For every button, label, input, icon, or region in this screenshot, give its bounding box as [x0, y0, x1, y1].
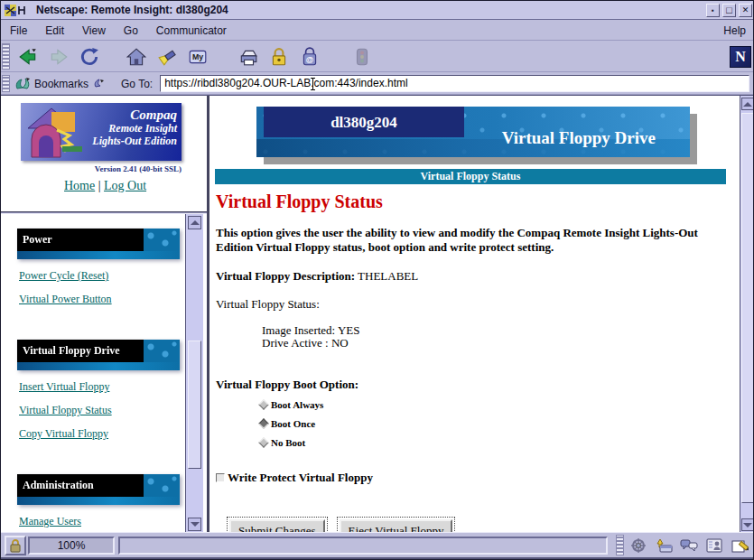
menu-help[interactable]: Help	[714, 22, 754, 40]
main-scrollbar[interactable]	[740, 96, 754, 533]
sidebar-link-insert-virtual-floppy[interactable]: Insert Virtual Floppy	[19, 380, 185, 394]
section-gap	[17, 316, 185, 340]
shop-button[interactable]: @	[294, 44, 325, 70]
back-arrow-icon	[18, 47, 38, 67]
discussions-button[interactable]	[677, 535, 701, 556]
section-header-cap	[144, 229, 180, 251]
logo-brand: Compaq	[92, 107, 177, 123]
reload-button[interactable]	[74, 44, 105, 70]
bookmark-icon	[14, 77, 31, 91]
forward-button[interactable]	[43, 44, 74, 70]
status-image-inserted: Image Inserted: YES	[262, 324, 731, 338]
home-icon	[126, 47, 146, 67]
sidebar-scroll-thumb[interactable]	[188, 341, 201, 469]
security-button[interactable]	[264, 44, 294, 70]
logo-line1: Remote Insight	[92, 123, 177, 135]
compaq-logo-image: Compaq Remote Insight Lights-Out Edition	[21, 103, 182, 161]
navigator-button[interactable]	[627, 535, 650, 556]
page-banner: dl380g204 Virtual Floppy Drive	[256, 107, 690, 157]
printer-icon	[238, 47, 258, 67]
section-title: Power	[17, 229, 144, 251]
url-text: https://ribdl380g204.OUR-LAB.com:443/ind…	[164, 77, 407, 89]
section-bar: Virtual Floppy Status	[215, 169, 726, 184]
section-header-cap	[144, 340, 180, 362]
boot-option-radio-2[interactable]: No Boot	[260, 435, 731, 449]
server-name: dl380g204	[264, 107, 464, 137]
bookmarks-button[interactable]: Bookmarks	[13, 77, 112, 91]
home-link[interactable]: Home	[64, 179, 95, 192]
menu-communicator[interactable]: Communicator	[147, 22, 236, 40]
description-value: THELABEL	[358, 269, 418, 283]
my-netscape-icon: My	[188, 47, 208, 67]
logo-line2: Lights-Out Edition	[92, 135, 177, 148]
sidebar-scrollbar[interactable]	[185, 214, 203, 533]
my-netscape-button[interactable]: My	[182, 44, 213, 70]
section-header-administration: Administration	[17, 474, 180, 505]
radio-diamond-icon	[258, 418, 268, 428]
netscape-logo[interactable]: N	[730, 46, 751, 68]
minimize-button[interactable]	[706, 4, 720, 17]
logo-text: Compaq Remote Insight Lights-Out Edition	[92, 107, 177, 148]
write-protect-row[interactable]: Write Protect Virtual Floppy	[216, 471, 731, 485]
url-input[interactable]: https://ribdl380g204.OUR-LAB.com:443/ind…	[160, 75, 749, 92]
sidebar-link-virtual-floppy-status[interactable]: Virtual Floppy Status	[19, 404, 185, 417]
menu-view[interactable]: View	[73, 22, 115, 40]
sidebar-link-manage-users[interactable]: Manage Users	[19, 515, 185, 528]
svg-text:My: My	[192, 52, 203, 61]
maximize-button[interactable]	[722, 4, 736, 17]
sidebar-link-power-cycle[interactable]: Power Cycle (Reset)	[19, 269, 185, 283]
menu-edit[interactable]: Edit	[36, 22, 73, 40]
print-button[interactable]	[233, 44, 264, 70]
location-bar: Bookmarks Go To: https://ribdl380g204.OU…	[1, 73, 754, 95]
write-protect-checkbox[interactable]	[216, 473, 225, 482]
home-button[interactable]	[121, 44, 152, 70]
netscape-window: Netscape: Remote Insight: dl380g204 File…	[0, 0, 754, 560]
close-button[interactable]	[739, 4, 752, 17]
boot-option-radio-1[interactable]: Boot Once	[260, 416, 731, 430]
toolbar-grip[interactable]	[2, 43, 10, 70]
address-book-icon	[705, 537, 723, 554]
forward-arrow-icon	[49, 47, 69, 67]
radio-diamond-icon	[258, 437, 268, 447]
logout-link[interactable]: Log Out	[104, 179, 146, 192]
sidebar-link-virtual-power-button[interactable]: Virtual Power Button	[19, 293, 185, 306]
composer-pen-icon	[731, 537, 749, 554]
scroll-up-icon[interactable]	[188, 216, 201, 229]
progress-indicator: 100%	[28, 537, 115, 555]
scroll-up-icon[interactable]	[741, 98, 754, 110]
component-bar	[627, 535, 751, 556]
main-scroll-thumb[interactable]	[741, 113, 754, 503]
section-header-power: Power	[17, 229, 180, 259]
boot-option-radio-0[interactable]: Boot Always	[260, 397, 731, 411]
radio-label: No Boot	[271, 437, 305, 448]
composer-button[interactable]	[728, 535, 751, 556]
eject-virtual-floppy-button[interactable]: Eject Virtual Floppy	[340, 519, 453, 533]
radio-diamond-icon	[258, 399, 268, 409]
back-button[interactable]	[13, 44, 43, 70]
location-grip[interactable]	[2, 75, 10, 92]
window-title: Netscape: Remote Insight: dl380g204	[36, 4, 706, 16]
address-book-button[interactable]	[703, 535, 726, 556]
scroll-down-icon[interactable]	[188, 518, 201, 531]
form-buttons: Submit Changes Eject Virtual Floppy	[229, 519, 731, 533]
window-menu-icon[interactable]	[4, 4, 31, 17]
stop-icon	[352, 47, 372, 67]
radio-label: Boot Once	[271, 418, 315, 429]
stop-button[interactable]	[347, 44, 377, 70]
shop-bag-icon: @	[300, 47, 320, 67]
title-bar[interactable]: Netscape: Remote Insight: dl380g204	[1, 1, 754, 20]
status-message-area	[118, 537, 608, 555]
menu-go[interactable]: Go	[115, 22, 147, 40]
menu-file[interactable]: File	[1, 22, 36, 40]
submit-changes-button[interactable]: Submit Changes	[229, 519, 325, 533]
section-title: Administration	[17, 474, 144, 497]
component-bar-grip[interactable]	[616, 535, 624, 555]
session-links: Home | Log Out	[64, 179, 146, 193]
scroll-down-icon[interactable]	[741, 518, 754, 531]
sidebar-link-copy-virtual-floppy[interactable]: Copy Virtual Floppy	[19, 427, 185, 441]
main-frame: dl380g204 Virtual Floppy Drive Virtual F…	[209, 96, 740, 533]
mailbox-button[interactable]	[652, 535, 675, 556]
security-status-button[interactable]	[5, 536, 26, 555]
search-button[interactable]	[152, 44, 182, 70]
section-header-strip	[17, 497, 180, 505]
